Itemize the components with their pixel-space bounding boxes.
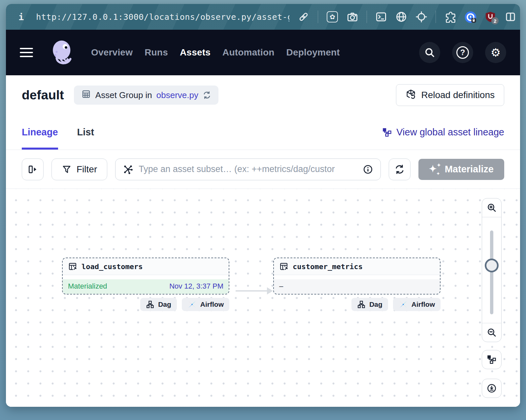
address-bar[interactable]: http://127.0.0.1:3000/locations/observe.… <box>36 12 289 22</box>
fit-to-view-button[interactable] <box>482 350 502 369</box>
nav-item-overview[interactable]: Overview <box>91 47 133 58</box>
asset-node-load-customers[interactable]: load_customers Materialized Nov 12, 3:37… <box>62 258 229 295</box>
screenshot-gallery-icon[interactable]: ✿ <box>326 11 338 23</box>
status-label: Materialized <box>68 282 107 291</box>
toolbar-divider <box>367 11 367 23</box>
lineage-canvas[interactable]: load_customers Materialized Nov 12, 3:37… <box>6 189 520 407</box>
lineage-graph-icon <box>487 355 497 365</box>
tab-lineage[interactable]: Lineage <box>22 115 58 150</box>
asset-subset-input[interactable] <box>139 164 357 174</box>
info-icon[interactable] <box>363 164 373 175</box>
reload-cube-icon <box>406 89 416 102</box>
camera-icon[interactable] <box>346 11 358 23</box>
airflow-icon <box>399 300 408 309</box>
settings-gear-icon[interactable]: ⚙ <box>485 42 506 63</box>
refresh-icon <box>394 164 405 175</box>
browser-window: i http://127.0.0.1:3000/locations/observ… <box>6 4 520 407</box>
sparkles-icon: ✦ ✦ ✦ <box>429 164 440 175</box>
tag-airflow[interactable]: Airflow <box>393 298 441 311</box>
asset-group-label: Asset Group in <box>95 90 152 100</box>
asset-status-row: Materialized Nov 12, 3:37 PM <box>63 279 229 294</box>
zoom-slider[interactable] <box>482 217 501 323</box>
tag-dag[interactable]: Dag <box>351 298 388 311</box>
asset-node-customer-metrics[interactable]: customer_metrics – <box>273 258 441 295</box>
asset-status-row: – <box>274 279 440 294</box>
zoom-out-button[interactable] <box>482 323 501 342</box>
browser-toolbar: i http://127.0.0.1:3000/locations/observ… <box>6 4 520 30</box>
dagster-logo <box>45 39 79 66</box>
tab-list[interactable]: List <box>77 115 94 150</box>
globe-icon[interactable] <box>395 11 407 23</box>
toolbar-divider <box>318 11 318 23</box>
tag-row: Dag Airflow <box>62 298 229 311</box>
nav-item-runs[interactable]: Runs <box>145 47 168 58</box>
badge-refresh-icon[interactable] <box>203 91 211 99</box>
app-navbar: Overview Runs Assets Automation Deployme… <box>6 30 520 75</box>
view-global-lineage-link[interactable]: View global asset lineage <box>382 127 504 138</box>
password-manager-icon[interactable] <box>464 11 476 23</box>
nav-item-deployment[interactable]: Deployment <box>286 47 340 58</box>
refresh-graph-button[interactable] <box>389 158 411 180</box>
asset-group-icon <box>81 89 91 101</box>
nav-item-automation[interactable]: Automation <box>222 47 275 58</box>
menu-icon[interactable] <box>20 48 33 57</box>
reload-definitions-button[interactable]: Reload definitions <box>396 84 504 106</box>
page-header: default Asset Group in observe.py <box>6 75 520 115</box>
graph-toolbar: Filter <box>6 150 520 189</box>
materialize-button[interactable]: ✦ ✦ ✦ Materialize <box>418 159 504 180</box>
expand-panel-button[interactable] <box>22 158 44 180</box>
funnel-icon <box>62 164 72 174</box>
split-view-icon[interactable] <box>505 11 516 23</box>
extensions-puzzle-icon[interactable] <box>444 11 456 23</box>
copy-link-icon[interactable] <box>298 11 310 23</box>
tag-row: Dag Airflow <box>273 298 441 311</box>
toolbar-divider <box>436 11 436 23</box>
search-icon[interactable] <box>419 42 440 63</box>
asset-group-file-link[interactable]: observe.py <box>156 90 198 100</box>
asset-table-icon <box>68 262 77 271</box>
help-icon[interactable]: ? <box>452 42 473 63</box>
reload-definitions-label: Reload definitions <box>421 90 495 100</box>
airflow-icon <box>187 300 197 309</box>
zoom-panel <box>482 198 502 342</box>
asset-name: load_customers <box>82 262 143 271</box>
lineage-edge <box>236 290 267 292</box>
asset-subset-inputbox <box>115 158 380 180</box>
zoom-slider-knob[interactable] <box>485 259 499 272</box>
terminal-icon[interactable] <box>375 11 387 23</box>
asset-name: customer_metrics <box>293 262 363 271</box>
download-icon <box>486 383 497 394</box>
selection-syntax-icon <box>123 164 133 175</box>
page-info-icon[interactable]: i <box>18 12 24 22</box>
tag-dag[interactable]: Dag <box>140 298 177 311</box>
lineage-graph-icon <box>382 127 392 137</box>
page-title: default <box>22 88 64 102</box>
dag-icon <box>146 300 154 309</box>
tag-airflow[interactable]: Airflow <box>182 298 229 311</box>
zoom-slider-track[interactable] <box>490 230 493 314</box>
asset-table-icon <box>279 262 288 271</box>
nav-item-assets[interactable]: Assets <box>180 47 211 58</box>
download-image-button[interactable] <box>482 379 502 398</box>
crosshair-icon[interactable] <box>415 11 427 23</box>
asset-group-badge: Asset Group in observe.py <box>74 86 218 105</box>
filter-button[interactable]: Filter <box>51 158 107 180</box>
shield-badge: 2 <box>491 17 499 24</box>
panel-expand-icon <box>27 164 38 175</box>
dag-icon <box>357 300 366 309</box>
tabs-row: Lineage List View global asset lineage <box>6 115 520 150</box>
materialization-timestamp[interactable]: Nov 12, 3:37 PM <box>169 282 223 291</box>
zoom-in-button[interactable] <box>482 198 501 217</box>
status-label: – <box>279 282 283 291</box>
shield-blocker-icon[interactable]: 2 <box>484 11 496 23</box>
